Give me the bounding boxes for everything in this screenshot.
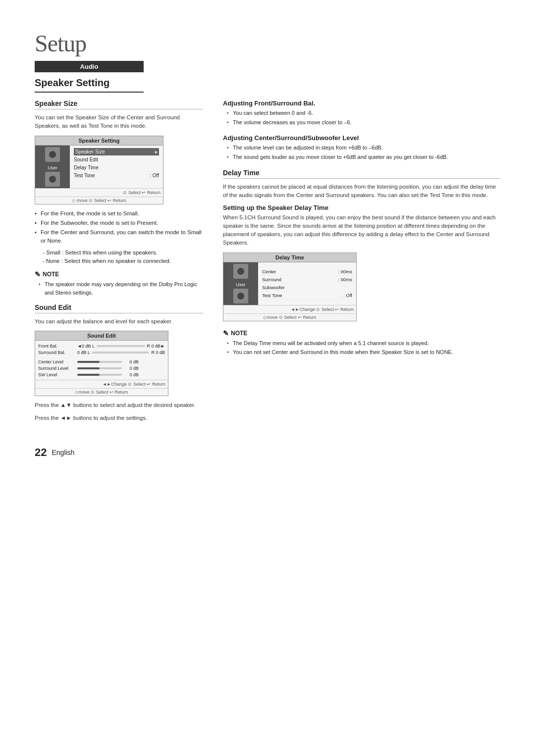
sound-edit-screen-title: Sound Edit [35,331,168,341]
sound-edit-screen: Sound Edit Front Bal. ◄0 dB L R 0 dB► Su… [35,331,168,396]
adj-center-b1: The volume level can be adjusted in step… [227,144,500,152]
screen-row-delaytime: Delay Time [74,164,159,172]
delay-surround-label: Surround [262,277,281,282]
delay-note-icon: ✎ [223,329,229,337]
delay-row-surround: Surround : 00ms [262,276,352,284]
indent-none: - None : Select this when no speaker is … [43,257,203,265]
se-centerlevel-bar [77,361,122,363]
delay-note-label: NOTE [231,330,247,337]
delay-testtone-label: Test Tone [262,293,282,298]
delay-speaker-bottom [233,289,248,303]
speaker-delay-subsection: Setting up the Speaker Delay Time When 5… [223,204,500,321]
se-surroundlevel-val: 0 dB [124,366,139,371]
screen-row-speakersize: Speaker Size▸ [74,148,159,156]
note-label-1: NOTE [43,271,59,278]
page-number: 22 [35,446,47,459]
setting-delay-heading: Setting up the Speaker Delay Time [223,204,500,211]
note-title-1: ✎ NOTE [35,270,203,278]
se-footer2: ◇move ⊙ Select ↩ Return [35,388,168,396]
se-frontbal-bar [97,345,145,347]
screen-row-testtone: Test Tone: Off [74,172,159,180]
sound-edit-body: You can adjust the balance and level for… [35,317,203,326]
se-row-frontbal: Front Bal. ◄0 dB L R 0 dB► [38,343,165,349]
row-label: Test Tone [74,173,95,178]
delay-row-subwoofer: Subwoofer [262,284,352,292]
se-surroundbal-label: Surround Bal. [38,350,75,355]
se-centerlevel-fill [77,361,100,363]
delay-surround-val: : 00ms [338,277,352,282]
row-label: Sound Edit [74,157,98,162]
delay-subwoofer-label: Subwoofer [262,285,284,290]
delay-speaker-top [233,264,248,279]
speaker-size-note: ✎ NOTE The speaker mode may vary dependi… [35,270,203,297]
left-column: Speaker Size You can set the Speaker Siz… [35,100,203,426]
speaker-top-icon [45,147,60,162]
se-row-swlevel: SW Level 0 dB [38,371,165,378]
delay-user-label: User [236,282,245,287]
delay-screen-title: Delay Time [223,253,356,262]
delay-footer1: ◄►Change ⊙ Select ↩ Return [223,305,356,313]
delay-time-section: Delay Time If the speakers cannot be pla… [223,169,500,321]
adj-front-b1: You can select between 0 and -6. [227,109,500,117]
se-centerlevel-label: Center Level [38,359,75,364]
speaker-size-bullets: For the Front, the mode is set to Small.… [35,209,203,246]
bullet-subwoofer: For the Subwoofer, the mode is set to Pr… [35,219,203,227]
se-row-surroundbal: Surround Bal. 0 dB L R 0 dB [38,349,165,355]
adj-front-heading: Adjusting Front/Surround Bal. [223,100,500,107]
se-frontbal-left: ◄0 dB L [77,344,95,349]
delay-center-label: Center [262,269,276,274]
speaker-screen-image: User [35,146,70,188]
adj-front-section: Adjusting Front/Surround Bal. You can se… [223,100,500,126]
se-surroundbal-bar [92,352,149,353]
audio-bar: Audio [35,61,144,72]
press-text-1: Press the ▲▼ buttons to select and adjus… [35,401,203,409]
row-value: ▸ [155,149,158,154]
delay-screen-image: User [223,262,258,305]
row-label: Delay Time [74,165,99,170]
se-surroundbal-left: 0 dB L [77,350,90,355]
adj-center-bullets: The volume level can be adjusted in step… [227,144,500,161]
adj-center-heading: Adjusting Center/Surround/Subwoofer Leve… [223,134,500,142]
note-icon-1: ✎ [35,270,41,278]
speaker-setting-screen: Speaker Setting User Speaker Size▸ Sound… [35,136,163,204]
delay-row-testtone: Test Tone : Off [262,292,352,300]
screen-row-soundedit: Sound Edit [74,156,159,164]
delay-testtone-val: : Off [343,293,352,298]
delay-row-center: Center : 00ms [262,268,352,276]
se-surroundlevel-fill [77,367,100,369]
delay-note-title: ✎ NOTE [223,329,500,337]
setting-delay-body: When 5.1CH Surround Sound is played, you… [223,213,500,248]
note-list-1: The speaker mode may vary depending on t… [39,280,203,297]
se-swlevel-fill [77,374,100,376]
row-value: : Off [150,173,159,178]
se-surroundlevel-bar [77,367,122,369]
page-footer: 22 English [35,446,500,459]
setup-title: Setup [35,30,500,57]
speaker-screen-title: Speaker Setting [35,136,163,146]
se-row-surroundlevel: Surround Level 0 dB [38,365,165,371]
delay-time-screen: Delay Time User Center : 00ms [223,252,357,321]
speaker-size-indent: - Small : Select this when using the spe… [43,249,203,266]
speaker-screen-rows: Speaker Size▸ Sound Edit Delay Time Test… [70,146,163,188]
indent-small: - Small : Select this when using the spe… [43,249,203,257]
speaker-size-body: You can set the Speaker Size of the Cent… [35,113,203,131]
se-frontbal-right: R 0 dB► [147,344,165,349]
se-centerlevel-val: 0 dB [124,359,139,364]
se-footer1: ◄►Change ⊙ Select ↩ Return [35,380,168,388]
delay-time-heading: Delay Time [223,169,500,179]
sound-edit-rows: Front Bal. ◄0 dB L R 0 dB► Surround Bal.… [35,341,168,380]
speaker-screen-footer1: ⊙ Select ↩ Return [35,188,163,197]
adj-front-b2: The volume decreases as you move closer … [227,118,500,127]
right-column: Adjusting Front/Surround Bal. You can se… [223,100,500,426]
speaker-bottom-icon [45,172,60,187]
speaker-size-section: Speaker Size You can set the Speaker Siz… [35,100,203,297]
press-text-2: Press the ◄► buttons to adjust the setti… [35,414,203,422]
se-frontbal-label: Front Bal. [38,344,75,349]
speaker-size-heading: Speaker Size [35,100,203,109]
se-swlevel-val: 0 dB [124,372,139,377]
user-label-1: User [48,165,57,170]
adj-center-b2: The sound gets louder as you move closer… [227,153,500,161]
se-swlevel-label: SW Level [38,372,75,377]
speaker-setting-title: Speaker Setting [35,77,144,93]
sound-edit-section: Sound Edit You can adjust the balance an… [35,303,203,422]
